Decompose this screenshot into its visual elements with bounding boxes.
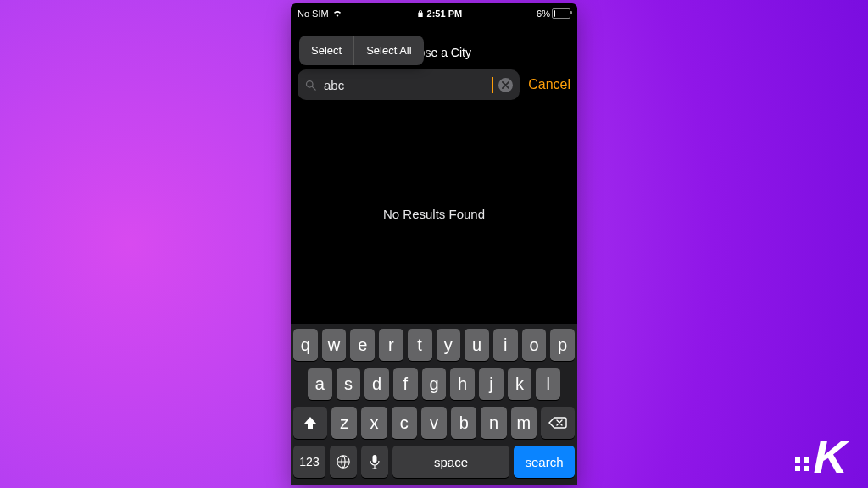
shift-key[interactable] — [293, 407, 327, 439]
search-input[interactable] — [322, 77, 491, 93]
key-t[interactable]: t — [408, 329, 432, 361]
backspace-icon — [548, 417, 567, 429]
status-bar: No SIM 2:51 PM 6% — [291, 3, 577, 22]
key-n[interactable]: n — [481, 407, 506, 439]
battery-indicator: 6% — [537, 8, 570, 19]
lock-icon — [417, 9, 424, 18]
battery-percent: 6% — [537, 8, 550, 19]
key-x[interactable]: x — [361, 407, 387, 439]
key-z[interactable]: z — [331, 407, 357, 439]
carrier-label: No SIM — [298, 8, 329, 19]
keyboard-row-1: qwertyuiop — [293, 329, 575, 361]
select-all-button[interactable]: Select All — [354, 36, 423, 65]
keyboard-row-2: asdfghjkl — [293, 368, 575, 400]
close-icon — [502, 81, 509, 89]
battery-icon — [552, 8, 570, 19]
text-caret — [492, 77, 493, 93]
search-field[interactable] — [298, 69, 520, 100]
wifi-icon — [332, 8, 342, 19]
search-key[interactable]: search — [514, 446, 575, 478]
wallpaper: No SIM 2:51 PM 6% Choose a City Select S… — [0, 0, 868, 488]
mic-icon — [370, 454, 380, 469]
keyboard-row-3: zxcvbnm — [293, 407, 575, 439]
key-d[interactable]: d — [364, 368, 389, 400]
key-j[interactable]: j — [479, 368, 504, 400]
clock-label: 2:51 PM — [427, 8, 463, 19]
space-key[interactable]: space — [392, 446, 509, 478]
search-icon — [304, 79, 317, 92]
key-o[interactable]: o — [522, 329, 547, 361]
svg-rect-3 — [373, 455, 377, 463]
globe-icon — [336, 454, 351, 469]
cancel-button[interactable]: Cancel — [528, 77, 570, 92]
shift-icon — [303, 416, 318, 430]
key-v[interactable]: v — [421, 407, 447, 439]
watermark: K — [795, 438, 848, 476]
key-s[interactable]: s — [337, 368, 361, 400]
key-c[interactable]: c — [392, 407, 417, 439]
globe-key[interactable] — [330, 446, 357, 478]
key-f[interactable]: f — [393, 368, 418, 400]
key-p[interactable]: p — [550, 329, 575, 361]
key-m[interactable]: m — [511, 407, 537, 439]
clear-button[interactable] — [498, 78, 513, 92]
key-q[interactable]: q — [293, 329, 318, 361]
key-k[interactable]: k — [508, 368, 532, 400]
backspace-key[interactable] — [541, 407, 575, 439]
keyboard-row-4: 123 space search — [293, 446, 575, 478]
key-l[interactable]: l — [536, 368, 560, 400]
key-i[interactable]: i — [493, 329, 518, 361]
svg-line-1 — [312, 86, 315, 90]
numbers-key[interactable]: 123 — [293, 446, 326, 478]
select-button[interactable]: Select — [299, 36, 353, 65]
key-h[interactable]: h — [450, 368, 475, 400]
watermark-letter: K — [814, 438, 848, 476]
key-r[interactable]: r — [379, 329, 403, 361]
edit-menu: Select Select All — [299, 36, 424, 65]
search-row: Cancel — [298, 69, 570, 100]
watermark-dots — [795, 458, 809, 471]
key-w[interactable]: w — [322, 329, 347, 361]
keyboard: qwertyuiop asdfghjkl zxcvbnm 123 — [291, 324, 577, 485]
empty-state-label: No Results Found — [291, 207, 577, 221]
dictation-key[interactable] — [361, 446, 388, 478]
key-u[interactable]: u — [465, 329, 489, 361]
svg-point-0 — [307, 80, 314, 87]
phone-frame: No SIM 2:51 PM 6% Choose a City Select S… — [291, 3, 577, 485]
key-e[interactable]: e — [350, 329, 375, 361]
key-b[interactable]: b — [451, 407, 476, 439]
key-y[interactable]: y — [437, 329, 461, 361]
key-a[interactable]: a — [308, 368, 332, 400]
key-g[interactable]: g — [422, 368, 447, 400]
